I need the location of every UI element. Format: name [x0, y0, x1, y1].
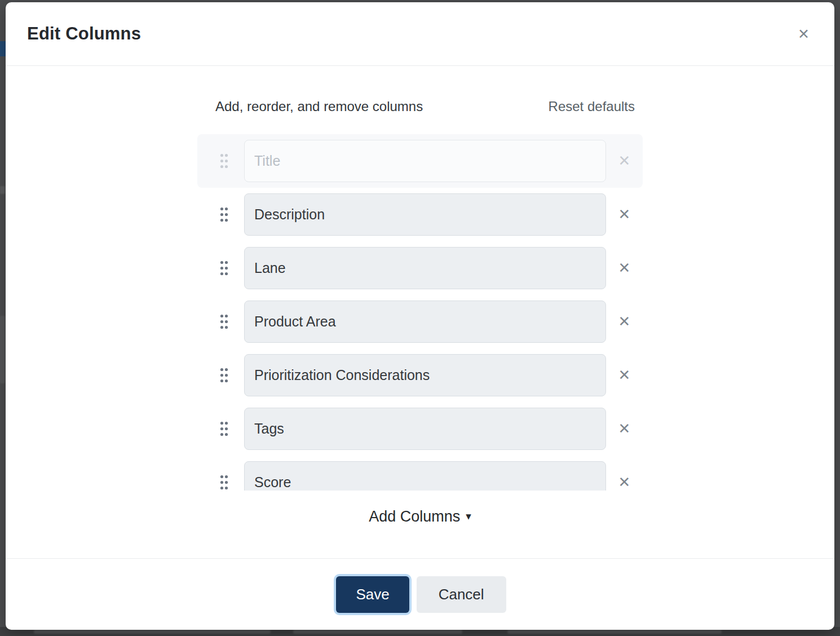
remove-column-icon[interactable]: ✕: [606, 474, 643, 491]
column-name-field[interactable]: Prioritization Considerations: [244, 354, 606, 396]
edit-columns-modal: Edit Columns ✕ Add, reorder, and remove …: [6, 2, 834, 630]
column-name-field[interactable]: Score: [244, 461, 606, 491]
add-columns-label: Add Columns: [369, 508, 460, 525]
caret-down-icon: ▾: [466, 510, 471, 523]
drag-handle-icon[interactable]: [220, 368, 228, 383]
column-row: Description ✕: [197, 188, 643, 241]
background-content-fragment: [0, 41, 6, 56]
column-name-label: Prioritization Considerations: [254, 367, 430, 383]
column-row: Lane ✕: [197, 241, 643, 295]
close-icon[interactable]: ✕: [794, 24, 813, 45]
column-name-label: Lane: [254, 260, 286, 276]
column-name-field[interactable]: Tags: [244, 408, 606, 450]
column-row: Title ✕: [197, 134, 643, 188]
column-name-label: Title: [254, 153, 280, 169]
remove-column-icon[interactable]: ✕: [606, 206, 643, 223]
column-name-label: Score: [254, 474, 291, 491]
add-columns-dropdown[interactable]: Add Columns▾: [197, 508, 643, 525]
drag-handle-icon[interactable]: [220, 207, 228, 222]
column-name-field[interactable]: Lane: [244, 247, 606, 289]
drag-handle-icon[interactable]: [220, 260, 228, 276]
column-row: Score ✕: [197, 456, 643, 491]
column-name-field[interactable]: Title: [244, 140, 606, 182]
modal-title: Edit Columns: [27, 24, 141, 44]
column-name-field[interactable]: Product Area: [244, 301, 606, 343]
column-row: Tags ✕: [197, 402, 643, 456]
column-name-label: Tags: [254, 421, 284, 437]
column-row: Product Area ✕: [197, 295, 643, 348]
reset-defaults-link[interactable]: Reset defaults: [549, 99, 635, 114]
modal-header: Edit Columns ✕: [6, 2, 834, 66]
column-name-label: Product Area: [254, 313, 336, 330]
remove-column-icon[interactable]: ✕: [606, 366, 643, 384]
instructions-text: Add, reorder, and remove columns: [215, 99, 423, 114]
remove-column-icon[interactable]: ✕: [606, 259, 643, 277]
background-content-fragment: [0, 186, 5, 194]
remove-column-icon[interactable]: ✕: [606, 420, 643, 438]
cancel-button[interactable]: Cancel: [417, 576, 506, 613]
drag-handle-icon[interactable]: [220, 421, 228, 436]
background-content-fragment: [0, 316, 5, 383]
drag-handle-icon[interactable]: [220, 475, 228, 490]
remove-column-icon[interactable]: ✕: [606, 313, 643, 330]
columns-list: Title ✕ Description ✕: [197, 134, 643, 491]
modal-body: Add, reorder, and remove columns Reset d…: [6, 66, 834, 558]
drag-handle-icon[interactable]: [220, 314, 228, 329]
column-name-field[interactable]: Description: [244, 193, 606, 236]
list-header: Add, reorder, and remove columns Reset d…: [197, 99, 643, 114]
save-button[interactable]: Save: [336, 576, 409, 613]
column-row: Prioritization Considerations ✕: [197, 348, 643, 402]
column-name-label: Description: [254, 206, 325, 223]
remove-column-icon[interactable]: ✕: [606, 152, 643, 170]
drag-handle-icon[interactable]: [220, 153, 228, 169]
modal-footer: Save Cancel: [6, 558, 834, 630]
